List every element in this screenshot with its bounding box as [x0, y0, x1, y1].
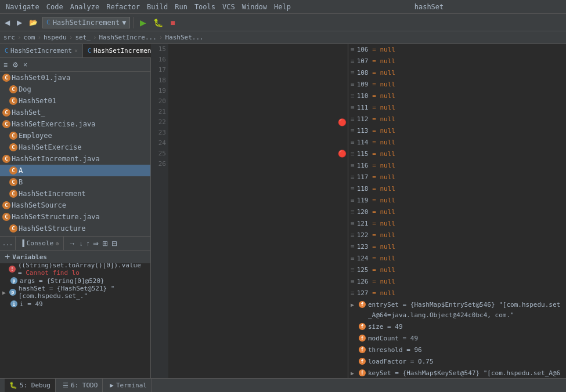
code-line	[171, 107, 348, 117]
menu-refactor[interactable]: Refactor	[103, 2, 143, 12]
tree-item[interactable]: CHashSet01.java	[0, 72, 150, 84]
left-panel: C HashSetIncrement × C HashSetIncrement …	[0, 44, 151, 378]
field-icon: f	[359, 346, 366, 353]
null-line: ≡115 = null	[348, 148, 566, 160]
line-number: 18	[151, 75, 166, 86]
tree-item[interactable]: CHashSetExercise.java	[0, 118, 150, 130]
forward-button[interactable]: ▶	[15, 17, 24, 28]
status-tab-terminal[interactable]: ▶ Terminal	[105, 379, 152, 392]
settings-button[interactable]: ⚙	[11, 60, 20, 70]
field-icon: f	[359, 358, 366, 365]
breadcrumb-com[interactable]: com	[23, 34, 37, 41]
line-number: 20	[151, 96, 166, 107]
terminal-icon: ▶	[110, 382, 114, 389]
expand-icon[interactable]: ▶	[351, 302, 356, 308]
tree-item[interactable]: CEmployee	[0, 130, 150, 141]
menu-window[interactable]: Window	[239, 2, 271, 12]
menu-vcs[interactable]: VCS	[219, 2, 239, 12]
var-type-icon: !	[9, 266, 16, 273]
debug-tab-console[interactable]: ▐ Console ⊕	[16, 237, 64, 250]
menu-build[interactable]: Build	[143, 2, 171, 12]
expand-arrow[interactable]: ▶	[2, 289, 7, 296]
tab-hashsetincrement-1[interactable]: C HashSetIncrement ×	[0, 44, 83, 57]
tree-item[interactable]: CHashSetSource	[0, 199, 150, 211]
breadcrumb-hashsetincre[interactable]: HashSetIncre...	[98, 34, 158, 41]
step-over-button[interactable]: →	[67, 238, 77, 249]
tab-close-1[interactable]: ×	[74, 48, 78, 54]
field-icon: f	[359, 335, 366, 342]
back-button[interactable]: ◀	[2, 17, 12, 28]
tree-item[interactable]: CA	[0, 165, 150, 176]
tree-item[interactable]: CHashSetIncrement	[0, 188, 150, 199]
step-into-button[interactable]: ↓	[78, 238, 84, 249]
menu-code[interactable]: Code	[43, 2, 67, 12]
variables-header: + Variables	[0, 251, 150, 263]
tree-item[interactable]: CHashSetStructure.java	[0, 211, 150, 223]
class-icon: C	[2, 201, 10, 209]
console-pin[interactable]: ⊕	[56, 241, 59, 246]
status-tab-todo[interactable]: ☰ 6: TODO	[58, 379, 103, 392]
tree-item[interactable]: CHashSetStructure	[0, 223, 150, 234]
menu-analyze[interactable]: Analyze	[67, 2, 103, 12]
debug-tab-unnamed[interactable]: ...	[0, 237, 16, 250]
tree-item[interactable]: CHashSetIncrement.java	[0, 153, 150, 165]
right-panel: 151617181920212223242526 🔴🔴 ≡106 = null≡…	[151, 44, 566, 378]
status-tab-debug[interactable]: 🐛 5: Debug	[5, 379, 56, 392]
run-button[interactable]: ▶	[138, 17, 149, 28]
frames-button[interactable]: ⊟	[110, 238, 118, 249]
tree-item[interactable]: CHashSet_	[0, 107, 150, 118]
run-to-cursor-button[interactable]: ⇒	[92, 238, 100, 249]
run-config-dropdown[interactable]: C HashSetIncrement ▼	[42, 17, 130, 28]
tree-item[interactable]: CHashSetExercise	[0, 141, 150, 153]
editor-scroll[interactable]: 151617181920212223242526 🔴🔴	[151, 44, 348, 378]
variable-item: ▶phashSet = {HashSet@521} "[com.hspedu.s…	[0, 286, 150, 298]
breadcrumb-hashset[interactable]: HashSet...	[164, 34, 204, 41]
tree-item-label: B	[19, 178, 23, 186]
null-line: ≡122 = null	[348, 230, 566, 241]
menu-tools[interactable]: Tools	[191, 2, 219, 12]
line-number: 16	[151, 55, 166, 65]
breadcrumb-set[interactable]: set_	[74, 34, 92, 41]
var-type-icon: i	[10, 300, 17, 307]
class-icon: C	[9, 97, 17, 105]
variable-item: !((String)set.toArray()[0]).value = Cann…	[0, 263, 150, 275]
tree-item[interactable]: CB	[0, 176, 150, 188]
code-line	[171, 65, 348, 75]
tree-item-label: HashSetStructure.java	[12, 213, 100, 221]
tree-item[interactable]: CDog	[0, 84, 150, 95]
code-line	[171, 86, 348, 96]
close-panel-button[interactable]: ×	[22, 60, 28, 70]
breadcrumb-src[interactable]: src	[2, 34, 16, 41]
collapse-all-button[interactable]: ≡	[2, 60, 9, 70]
breakpoint-icon: 🔴	[338, 148, 347, 159]
menu-navigate[interactable]: Navigate	[2, 2, 43, 12]
line-number: 17	[151, 65, 166, 75]
tree-item-label: HashSetExercise	[19, 143, 81, 151]
breadcrumb-hspedu[interactable]: hspedu	[42, 34, 68, 41]
class-icon: C	[2, 74, 10, 82]
code-lines[interactable]: 🔴🔴	[168, 44, 348, 378]
debug-button[interactable]: 🐛	[151, 17, 165, 28]
project-panel-header: ≡ ⚙ ×	[0, 58, 150, 72]
null-line: ≡111 = null	[348, 102, 566, 114]
tree-item[interactable]: CHashSet01	[0, 95, 150, 107]
menu-help[interactable]: Help	[271, 2, 294, 12]
null-line: ≡119 = null	[348, 195, 566, 206]
stop-button[interactable]: ■	[168, 17, 177, 28]
add-watch-button[interactable]: +	[5, 252, 10, 262]
expand-icon[interactable]: ▶	[351, 370, 356, 376]
tree-item-label: HashSetExercise.java	[12, 120, 96, 128]
field-icon: f	[359, 301, 366, 308]
menu-run[interactable]: Run	[171, 2, 191, 12]
project-tree: CHashSet01.javaCDogCHashSet01CHashSet_CH…	[0, 72, 150, 236]
debug-var-item: fthreshold = 96	[348, 344, 566, 356]
step-out-button[interactable]: ↑	[85, 238, 91, 249]
evaluate-button[interactable]: ⊞	[101, 238, 109, 249]
main-content: C HashSetIncrement × C HashSetIncrement …	[0, 44, 566, 378]
null-line: ≡116 = null	[348, 160, 566, 172]
debug-label: 5: Debug	[20, 382, 51, 389]
recent-files-button[interactable]: 📂	[27, 17, 40, 28]
debug-var-item: fmodCount = 49	[348, 333, 566, 344]
code-line	[171, 159, 348, 169]
var-type-icon: p	[10, 277, 17, 284]
